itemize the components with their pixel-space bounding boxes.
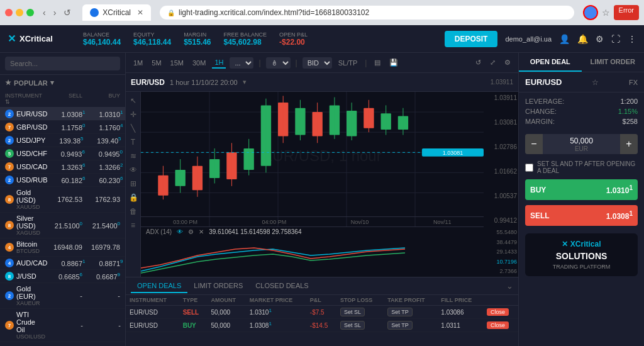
instrument-row[interactable]: 7 GBP/USD 1.17580 1.17604 xyxy=(0,121,125,134)
close-deal-button[interactable]: Close xyxy=(487,321,509,329)
tab-favicon xyxy=(90,8,99,17)
fib-tool[interactable]: ≋ xyxy=(127,150,139,162)
adx-scale-5: 2.7366 xyxy=(485,268,517,274)
instrument-row[interactable]: 8 Gold (USD) XAUUSD 1762.53 1762.93 xyxy=(0,187,125,213)
col-stop-loss: STOP LOSS xyxy=(336,295,384,306)
chart-settings-btn[interactable]: ⚙ xyxy=(502,57,513,68)
tf-5m-button[interactable]: 5M xyxy=(149,58,164,68)
tf-1m-button[interactable]: 1M xyxy=(131,58,145,68)
line-tool[interactable]: ╲ xyxy=(127,122,139,135)
instrument-row[interactable]: 8 Silver (USD) XAGUSD 21.51000 21.54000 xyxy=(0,213,125,238)
cursor-tool[interactable]: ↖ xyxy=(127,94,139,107)
popular-header[interactable]: ★ POPULAR ▾ xyxy=(0,75,125,91)
fullscreen-icon[interactable]: ⛶ xyxy=(611,34,620,44)
search-input[interactable] xyxy=(5,57,120,70)
adx-chart-svg xyxy=(141,237,484,274)
set-tp-button[interactable]: Set TP xyxy=(387,308,412,316)
star-favorite-icon[interactable]: ☆ xyxy=(592,78,599,87)
instrument-row[interactable]: 8 J/USD 0.66856 0.66879 xyxy=(0,270,125,283)
timeframe-dropdown[interactable]: ... xyxy=(230,57,253,69)
topbar-right: DEPOSIT demo_all@i.ua 👤 🔔 ⚙ ⛶ ⋮ xyxy=(445,31,636,47)
chart-type-dropdown[interactable]: 🕯 xyxy=(266,57,291,69)
tab-close-icon[interactable]: ✕ xyxy=(137,8,143,17)
instrument-row[interactable]: 2 USD/JPY 139.385 139.405 xyxy=(0,134,125,147)
address-bar[interactable]: 🔒 light-trading.xcritical.com/index.html… xyxy=(160,6,574,20)
close-dot[interactable] xyxy=(5,9,13,16)
profile-icon[interactable]: 👤 xyxy=(559,34,570,44)
amount-control: − 50,000 EUR + xyxy=(525,134,638,154)
col-amount: AMOUNT xyxy=(207,295,245,306)
amount-decrease-button[interactable]: − xyxy=(525,134,543,154)
instrument-row[interactable]: 2 Gold (EUR) XAUEUR - - xyxy=(0,283,125,309)
browser-dots xyxy=(5,9,34,16)
limit-order-tab[interactable]: LIMIT ORDER xyxy=(582,53,645,72)
crosshair-tool[interactable]: ✛ xyxy=(127,108,139,121)
close-deal-button[interactable]: Close xyxy=(487,308,509,316)
lock-tool[interactable]: 🔒 xyxy=(127,191,139,204)
more-icon[interactable]: ⋮ xyxy=(628,34,636,44)
instrument-buy: 139.405 xyxy=(83,136,121,145)
instrument-badge: 5 xyxy=(5,149,14,158)
browser-tab[interactable]: XCritical ✕ xyxy=(82,4,151,21)
eye-tool[interactable]: 👁 xyxy=(127,164,139,176)
bookmark-button[interactable]: ☆ xyxy=(602,5,610,20)
set-sl-button[interactable]: Set SL xyxy=(340,321,365,330)
instrument-buy: 0.94950 xyxy=(85,149,123,158)
sl-tp-toolbar-button[interactable]: SL/TP xyxy=(336,58,360,68)
expand-chart-btn[interactable]: ⤢ xyxy=(487,57,498,68)
price-level-3: 1.02786 xyxy=(485,143,517,150)
adx-close-icon[interactable]: ✕ xyxy=(199,228,204,235)
open-deal-tab[interactable]: OPEN DEAL xyxy=(519,53,582,72)
instrument-row[interactable]: 4 Bitcoin BTCUSD 16948.09 16979.78 xyxy=(0,238,125,257)
maximize-dot[interactable] xyxy=(26,9,34,16)
delete-tool[interactable]: 🗑 xyxy=(127,205,139,218)
forward-button[interactable]: › xyxy=(51,6,59,19)
chevron-down-icon[interactable]: ▾ xyxy=(243,78,247,86)
reload-button[interactable]: ↺ xyxy=(61,6,74,19)
profile-circle[interactable] xyxy=(583,5,598,20)
tf-15m-button[interactable]: 15M xyxy=(168,58,186,68)
set-tp-button[interactable]: Set TP xyxy=(387,321,412,330)
limit-orders-tab[interactable]: LIMIT ORDERS xyxy=(187,279,249,293)
text-tool[interactable]: T xyxy=(127,136,139,148)
sell-button[interactable]: SELL 1.03081 xyxy=(525,205,638,226)
instrument-row[interactable]: 7 USD/CAD 1.32636 1.32662 xyxy=(0,160,125,174)
deal-market-price: 1.03101 xyxy=(246,306,306,319)
chart-icon-btn[interactable]: ▤ xyxy=(372,57,383,68)
bell-icon[interactable]: 🔔 xyxy=(577,34,588,44)
instrument-sell: 0.66856 xyxy=(45,272,82,281)
save-chart-btn[interactable]: 💾 xyxy=(387,57,401,68)
nav-tool[interactable]: ⊞ xyxy=(127,177,139,190)
buy-button[interactable]: BUY 1.03101 xyxy=(525,179,638,200)
instrument-row[interactable]: 2 EUR/USD 1.03081 1.03101 xyxy=(0,108,125,121)
eye-icon[interactable]: 👁 xyxy=(177,228,183,235)
col-instrument: INSTRUMENT xyxy=(126,295,179,306)
tf-30m-button[interactable]: 30M xyxy=(190,58,208,68)
closed-deals-tab[interactable]: CLOSED DEALS xyxy=(249,279,314,293)
instrument-row[interactable]: 5 USD/CHF 0.94936 0.94950 xyxy=(0,147,125,160)
tf-1h-button[interactable]: 1H xyxy=(212,57,226,69)
settings-icon[interactable]: ⚙ xyxy=(596,34,604,44)
set-sl-button[interactable]: Set SL xyxy=(340,308,365,316)
sl-tp-checkbox[interactable] xyxy=(525,164,533,172)
browser-actions: ☆ Error xyxy=(583,5,639,20)
minimize-dot[interactable] xyxy=(16,9,23,16)
instrument-row[interactable]: 4 AUD/CAD 0.88671 0.88719 xyxy=(0,257,125,270)
instrument-label: WTI Crude Oil USOILUSD xyxy=(16,311,45,340)
price-type-dropdown[interactable]: BID xyxy=(303,57,332,69)
back-button[interactable]: ‹ xyxy=(40,6,48,19)
reset-chart-btn[interactable]: ↺ xyxy=(473,57,484,68)
candlestick-chart-svg: 1.03081 xyxy=(141,92,484,226)
indicator-tool[interactable]: ≡ xyxy=(127,219,139,232)
instrument-label: GBP/USD xyxy=(16,123,48,131)
collapse-panel-button[interactable]: ⌄ xyxy=(506,281,513,291)
amount-increase-button[interactable]: + xyxy=(620,134,638,154)
instrument-buy: 1762.93 xyxy=(82,196,120,203)
instrument-name: 4 Bitcoin BTCUSD xyxy=(5,240,45,254)
instrument-sell: 0.88671 xyxy=(48,259,86,267)
instrument-row[interactable]: 7 WTI Crude Oil USOILUSD - - xyxy=(0,309,125,342)
adx-settings-icon[interactable]: ⚙ xyxy=(188,228,194,235)
deposit-button[interactable]: DEPOSIT xyxy=(445,31,498,47)
instrument-row[interactable]: 2 USD/RUB 60.1826 60.2306 xyxy=(0,174,125,187)
open-deals-tab[interactable]: OPEN DEALS xyxy=(131,279,187,293)
